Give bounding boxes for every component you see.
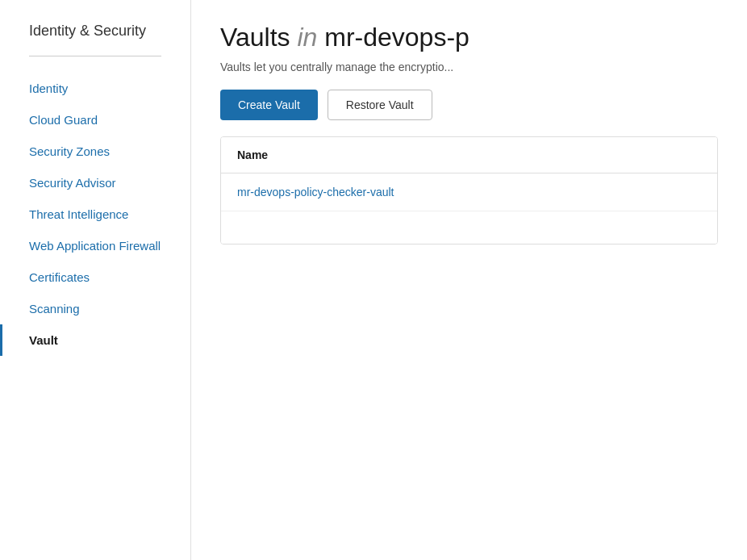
sidebar-item-threat-intelligence[interactable]: Threat Intelligence [0, 199, 190, 230]
create-vault-button[interactable]: Create Vault [220, 90, 318, 120]
page-title-suffix: mr-devops-p [324, 23, 469, 52]
sidebar-link-web-application-firewall[interactable]: Web Application Firewall [0, 230, 190, 261]
sidebar-item-cloud-guard[interactable]: Cloud Guard [0, 104, 190, 136]
sidebar-link-identity[interactable]: Identity [0, 73, 190, 104]
page-title-prefix: Vaults [220, 23, 290, 52]
table-row-empty [221, 211, 717, 244]
table-row: mr-devops-policy-checker-vault [221, 173, 717, 211]
action-bar: Create Vault Restore Vault [220, 90, 718, 120]
sidebar-item-scanning[interactable]: Scanning [0, 293, 190, 324]
sidebar-link-certificates[interactable]: Certificates [0, 261, 190, 293]
sidebar-item-security-zones[interactable]: Security Zones [0, 136, 190, 167]
sidebar-item-certificates[interactable]: Certificates [0, 261, 190, 293]
sidebar: Identity & Security Identity Cloud Guard… [0, 0, 191, 560]
sidebar-link-scanning[interactable]: Scanning [0, 293, 190, 324]
sidebar-link-security-advisor[interactable]: Security Advisor [0, 167, 190, 199]
sidebar-link-security-zones[interactable]: Security Zones [0, 136, 190, 167]
sidebar-item-vault[interactable]: Vault [0, 324, 190, 356]
sidebar-link-cloud-guard[interactable]: Cloud Guard [0, 104, 190, 136]
main-content: Vaults in mr-devops-p Vaults let you cen… [191, 0, 747, 560]
sidebar-link-vault[interactable]: Vault [2, 324, 190, 356]
page-subtitle: Vaults let you centrally manage the encr… [220, 61, 688, 73]
table-column-name: Name [221, 137, 717, 173]
page-header: Vaults in mr-devops-p Vaults let you cen… [220, 23, 718, 73]
page-title-in: in [297, 23, 324, 52]
page-title: Vaults in mr-devops-p [220, 23, 718, 52]
sidebar-item-security-advisor[interactable]: Security Advisor [0, 167, 190, 199]
restore-vault-button[interactable]: Restore Vault [328, 90, 432, 120]
vaults-table: Name mr-devops-policy-checker-vault [220, 136, 718, 244]
sidebar-item-identity[interactable]: Identity [0, 73, 190, 104]
sidebar-link-threat-intelligence[interactable]: Threat Intelligence [0, 199, 190, 230]
sidebar-title: Identity & Security [0, 0, 190, 56]
sidebar-divider [29, 56, 161, 56]
sidebar-nav: Identity Cloud Guard Security Zones Secu… [0, 65, 190, 364]
sidebar-item-web-application-firewall[interactable]: Web Application Firewall [0, 230, 190, 261]
vault-name-link[interactable]: mr-devops-policy-checker-vault [237, 186, 394, 199]
